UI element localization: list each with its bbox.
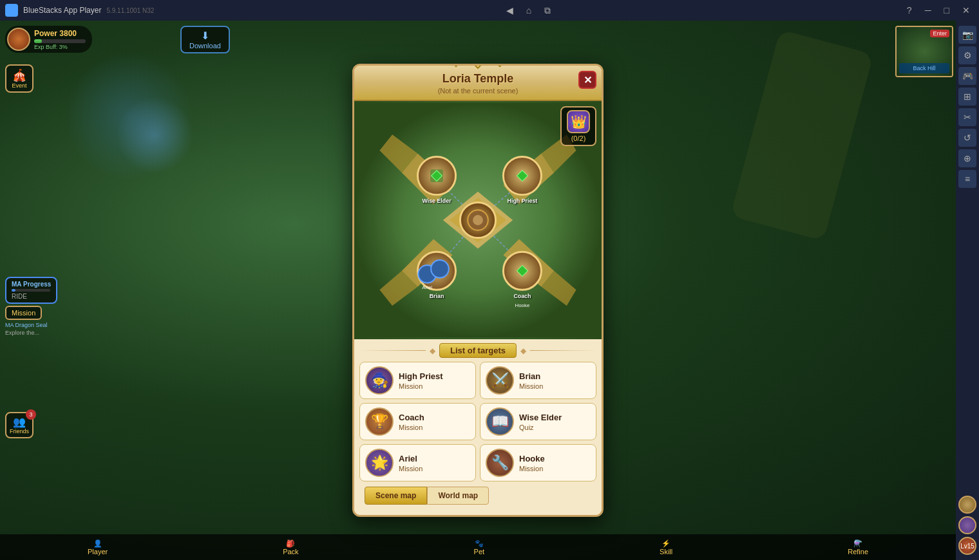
bluestacks-version: 5.9.11.1001 N32	[106, 7, 154, 14]
ariel-name: Ariel	[399, 454, 470, 463]
high-priest-name: High Priest	[399, 371, 470, 381]
rt-media-btn[interactable]: ⊞	[958, 88, 976, 106]
wise-elder-avatar: 📖	[486, 407, 514, 436]
svg-text:Brian: Brian	[430, 293, 444, 299]
modal-subtitle: (Not at the current scene)	[365, 87, 591, 95]
hooke-avatar: 🔧	[486, 449, 514, 477]
modal-overlay: Loria Temple (Not at the current scene) …	[0, 21, 956, 560]
list-header: ◆ List of targets ◆	[359, 339, 596, 362]
rt-menu-btn[interactable]: ≡	[958, 170, 976, 188]
list-header-title: List of targets	[439, 343, 517, 358]
svg-text:Ariel: Ariel	[422, 285, 432, 290]
list-header-line-left	[359, 350, 426, 351]
counter-text: (0/2)	[571, 135, 586, 142]
brian-name: Brian	[519, 371, 591, 381]
target-brian[interactable]: ⚔️ Brian Mission	[480, 362, 596, 399]
temple-map-area[interactable]: Wise Elder High Priest Brian Ariel	[354, 101, 602, 339]
hooke-type: Mission	[519, 465, 591, 472]
brian-avatar: ⚔️	[486, 366, 514, 395]
bluestacks-title: BlueStacks App Player	[23, 6, 101, 15]
wise-elder-info: Wise Elder Quiz	[519, 413, 591, 431]
coach-info: Coach Mission	[399, 413, 470, 431]
badge-icon: 👑	[567, 110, 590, 133]
modal-header: Loria Temple (Not at the current scene) …	[354, 66, 602, 101]
bluestacks-titlebar: BlueStacks App Player 5.9.11.1001 N32 ◀ …	[0, 0, 979, 21]
map-tabs: Scene map World map	[359, 487, 596, 510]
target-high-priest[interactable]: 🧙 High Priest Mission	[359, 362, 476, 399]
coach-avatar: 🏆	[365, 407, 394, 436]
close-btn[interactable]: ✕	[958, 4, 974, 17]
hooke-info: Hooke Mission	[519, 454, 591, 472]
coach-name: Coach	[399, 413, 470, 422]
right-diamond: ◆	[520, 346, 526, 355]
counter-badge: 👑 (0/2)	[560, 106, 596, 146]
rt-rotate-btn[interactable]: ↺	[958, 129, 976, 147]
target-ariel[interactable]: 🌟 Ariel Mission	[359, 444, 476, 481]
world-map-tab[interactable]: World map	[427, 487, 489, 505]
minimize-btn[interactable]: ─	[921, 4, 935, 17]
svg-point-27	[431, 260, 449, 278]
nav-tab-btn[interactable]: ⧉	[540, 4, 555, 17]
hooke-name: Hooke	[519, 454, 591, 463]
ariel-avatar: 🌟	[365, 449, 394, 477]
maximize-btn[interactable]: □	[940, 4, 953, 17]
rt-gamepad-btn[interactable]: 🎮	[958, 67, 976, 85]
target-wise-elder[interactable]: 📖 Wise Elder Quiz	[480, 403, 596, 440]
coach-type: Mission	[399, 424, 470, 431]
scene-map-tab[interactable]: Scene map	[365, 487, 427, 505]
nav-back-btn[interactable]: ◀	[502, 4, 517, 17]
target-hooke[interactable]: 🔧 Hooke Mission	[480, 444, 596, 481]
rt-screenshot-btn[interactable]: 📷	[958, 26, 976, 44]
svg-point-17	[473, 215, 483, 225]
brian-info: Brian Mission	[519, 371, 591, 390]
nav-home-btn[interactable]: ⌂	[522, 4, 535, 17]
rt-settings-btn[interactable]: ⚙	[958, 46, 976, 64]
ariel-type: Mission	[399, 465, 470, 472]
high-priest-avatar: 🧙	[365, 366, 394, 395]
target-grid: 🧙 High Priest Mission ⚔️ Brian Mission	[359, 362, 596, 481]
bluestacks-logo	[5, 4, 18, 17]
target-coach[interactable]: 🏆 Coach Mission	[359, 403, 476, 440]
rt-char3-btn[interactable]: Lv15	[958, 537, 976, 555]
rt-char1-btn[interactable]	[958, 496, 976, 514]
high-priest-info: High Priest Mission	[399, 371, 470, 390]
brian-type: Mission	[519, 382, 591, 390]
rt-crop-btn[interactable]: ✂	[958, 108, 976, 126]
svg-text:Coach: Coach	[513, 293, 531, 299]
svg-text:High Priest: High Priest	[508, 198, 538, 204]
left-diamond: ◆	[430, 346, 435, 355]
target-list-section: ◆ List of targets ◆ 🧙 High Priest Missio…	[354, 339, 602, 515]
ariel-info: Ariel Mission	[399, 454, 470, 472]
rt-char2-btn[interactable]	[958, 516, 976, 534]
wise-elder-type: Quiz	[519, 424, 591, 431]
help-btn[interactable]: ?	[903, 4, 916, 17]
right-toolbar: 📷 ⚙ 🎮 ⊞ ✂ ↺ ⊕ ≡ Lv15	[956, 21, 979, 560]
list-header-line-right	[530, 350, 596, 351]
svg-text:Wise Elder: Wise Elder	[422, 198, 451, 204]
wise-elder-name: Wise Elder	[519, 413, 591, 422]
modal-title: Loria Temple	[365, 72, 591, 86]
rt-add-btn[interactable]: ⊕	[958, 149, 976, 167]
modal-close-btn[interactable]: ✕	[578, 71, 596, 89]
loria-temple-modal: Loria Temple (Not at the current scene) …	[352, 64, 604, 517]
svg-text:Hooke: Hooke	[515, 303, 530, 308]
high-priest-type: Mission	[399, 382, 470, 390]
